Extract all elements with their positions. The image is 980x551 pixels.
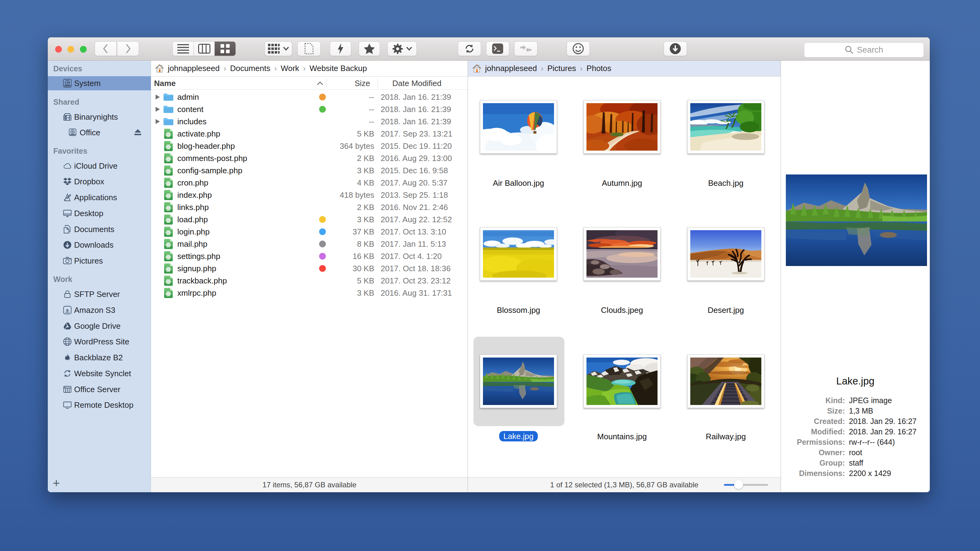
svg-text:a: a <box>66 307 69 313</box>
